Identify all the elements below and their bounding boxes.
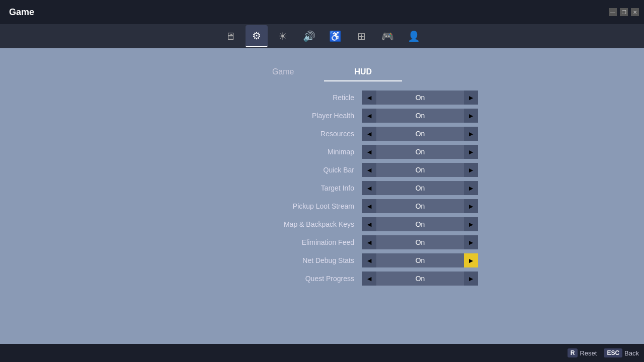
quick-bar-value: On bbox=[376, 163, 464, 177]
settings-panel: Game HUD Reticle ◀ On ▶ Player Health ◀ … bbox=[166, 63, 478, 287]
setting-control-map-backpack-keys: ◀ On ▶ bbox=[362, 217, 478, 231]
table-row: Quick Bar ◀ On ▶ bbox=[166, 162, 478, 178]
table-row: Pickup Loot Stream ◀ On ▶ bbox=[166, 198, 478, 214]
setting-control-player-health: ◀ On ▶ bbox=[362, 109, 478, 123]
title-bar-left: Game bbox=[5, 7, 34, 18]
settings-list: Reticle ◀ On ▶ Player Health ◀ On ▶ Reso… bbox=[166, 89, 478, 287]
setting-control-pickup-loot-stream: ◀ On ▶ bbox=[362, 199, 478, 213]
table-row: Reticle ◀ On ▶ bbox=[166, 89, 478, 106]
reticle-left-arrow[interactable]: ◀ bbox=[362, 90, 376, 105]
tab-game[interactable]: Game bbox=[242, 63, 325, 81]
minimap-left-arrow[interactable]: ◀ bbox=[362, 145, 376, 159]
minimize-button[interactable]: — bbox=[609, 8, 617, 16]
elimination-feed-right-arrow[interactable]: ▶ bbox=[464, 235, 478, 249]
resources-right-arrow[interactable]: ▶ bbox=[464, 127, 478, 141]
bottom-bar: R Reset ESC Back bbox=[0, 344, 644, 362]
resources-left-arrow[interactable]: ◀ bbox=[362, 127, 376, 141]
quick-bar-right-arrow[interactable]: ▶ bbox=[464, 163, 478, 177]
nav-gear-icon[interactable]: ⚙ bbox=[246, 25, 268, 47]
setting-control-reticle: ◀ On ▶ bbox=[362, 90, 478, 105]
quest-progress-right-arrow[interactable]: ▶ bbox=[464, 272, 478, 286]
setting-label-reticle: Reticle bbox=[166, 94, 362, 102]
tab-hud[interactable]: HUD bbox=[324, 63, 402, 81]
elimination-feed-left-arrow[interactable]: ◀ bbox=[362, 235, 376, 249]
quest-progress-left-arrow[interactable]: ◀ bbox=[362, 272, 376, 286]
player-health-left-arrow[interactable]: ◀ bbox=[362, 109, 376, 123]
setting-label-pickup-loot-stream: Pickup Loot Stream bbox=[166, 202, 362, 210]
main-content: Game HUD Reticle ◀ On ▶ Player Health ◀ … bbox=[0, 48, 644, 287]
title-bar: Game — ❐ ✕ bbox=[0, 0, 644, 24]
table-row: Elimination Feed ◀ On ▶ bbox=[166, 234, 478, 250]
table-row: Quest Progress ◀ On ▶ bbox=[166, 270, 478, 287]
minimap-right-arrow[interactable]: ▶ bbox=[464, 145, 478, 159]
nav-controller-icon[interactable]: 🎮 bbox=[376, 25, 398, 47]
window-controls: — ❐ ✕ bbox=[609, 8, 639, 16]
reticle-right-arrow[interactable]: ▶ bbox=[464, 90, 478, 105]
reticle-value: On bbox=[376, 90, 464, 105]
pickup-loot-stream-value: On bbox=[376, 199, 464, 213]
nav-accessibility-icon[interactable]: ♿ bbox=[324, 25, 346, 47]
target-info-left-arrow[interactable]: ◀ bbox=[362, 181, 376, 195]
nav-brightness-icon[interactable]: ☀ bbox=[272, 25, 294, 47]
close-button[interactable]: ✕ bbox=[631, 8, 639, 16]
net-debug-stats-left-arrow[interactable]: ◀ bbox=[362, 253, 376, 267]
setting-label-elimination-feed: Elimination Feed bbox=[166, 238, 362, 246]
net-debug-stats-value: On bbox=[376, 253, 464, 267]
target-info-value: On bbox=[376, 181, 464, 195]
table-row: Map & Backpack Keys ◀ On ▶ bbox=[166, 216, 478, 232]
setting-label-minimap: Minimap bbox=[166, 148, 362, 156]
back-label: Back bbox=[624, 349, 639, 357]
setting-label-map-backpack-keys: Map & Backpack Keys bbox=[166, 220, 362, 228]
pickup-loot-stream-left-arrow[interactable]: ◀ bbox=[362, 199, 376, 213]
nav-monitor-icon[interactable]: 🖥 bbox=[219, 25, 242, 47]
resources-value: On bbox=[376, 127, 464, 141]
quest-progress-value: On bbox=[376, 272, 464, 286]
setting-control-elimination-feed: ◀ On ▶ bbox=[362, 235, 478, 249]
player-health-right-arrow[interactable]: ▶ bbox=[464, 109, 478, 123]
setting-control-minimap: ◀ On ▶ bbox=[362, 145, 478, 159]
nav-network-icon[interactable]: ⊞ bbox=[350, 25, 372, 47]
reset-label: Reset bbox=[580, 349, 597, 357]
net-debug-stats-right-arrow[interactable]: ▶ bbox=[464, 253, 478, 267]
table-row: Net Debug Stats ◀ On ▶ bbox=[166, 252, 478, 268]
setting-label-target-info: Target Info bbox=[166, 184, 362, 192]
reset-key-badge: R bbox=[568, 348, 578, 357]
map-backpack-keys-value: On bbox=[376, 217, 464, 231]
map-backpack-keys-left-arrow[interactable]: ◀ bbox=[362, 217, 376, 231]
setting-control-quest-progress: ◀ On ▶ bbox=[362, 272, 478, 286]
nav-profile-icon[interactable]: 👤 bbox=[403, 25, 425, 47]
restore-button[interactable]: ❐ bbox=[620, 8, 628, 16]
target-info-right-arrow[interactable]: ▶ bbox=[464, 181, 478, 195]
nav-bar: 🖥 ⚙ ☀ 🔊 ♿ ⊞ 🎮 👤 bbox=[0, 24, 644, 48]
table-row: Target Info ◀ On ▶ bbox=[166, 180, 478, 196]
quick-bar-left-arrow[interactable]: ◀ bbox=[362, 163, 376, 177]
setting-label-quick-bar: Quick Bar bbox=[166, 166, 362, 174]
map-backpack-keys-right-arrow[interactable]: ▶ bbox=[464, 217, 478, 231]
setting-control-quick-bar: ◀ On ▶ bbox=[362, 163, 478, 177]
back-key-badge: ESC bbox=[604, 348, 622, 357]
minimap-value: On bbox=[376, 145, 464, 159]
setting-label-player-health: Player Health bbox=[166, 112, 362, 120]
reset-button[interactable]: R Reset bbox=[568, 348, 597, 357]
elimination-feed-value: On bbox=[376, 235, 464, 249]
setting-label-quest-progress: Quest Progress bbox=[166, 275, 362, 283]
table-row: Resources ◀ On ▶ bbox=[166, 126, 478, 142]
table-row: Player Health ◀ On ▶ bbox=[166, 108, 478, 124]
setting-control-target-info: ◀ On ▶ bbox=[362, 181, 478, 195]
setting-control-net-debug-stats: ◀ On ▶ bbox=[362, 253, 478, 267]
setting-label-net-debug-stats: Net Debug Stats bbox=[166, 256, 362, 264]
nav-volume-icon[interactable]: 🔊 bbox=[298, 25, 320, 47]
tabs: Game HUD bbox=[166, 63, 478, 81]
table-row: Minimap ◀ On ▶ bbox=[166, 144, 478, 160]
window-title: Game bbox=[9, 7, 34, 18]
back-button[interactable]: ESC Back bbox=[604, 348, 639, 357]
setting-control-resources: ◀ On ▶ bbox=[362, 127, 478, 141]
setting-label-resources: Resources bbox=[166, 130, 362, 138]
player-health-value: On bbox=[376, 109, 464, 123]
pickup-loot-stream-right-arrow[interactable]: ▶ bbox=[464, 199, 478, 213]
